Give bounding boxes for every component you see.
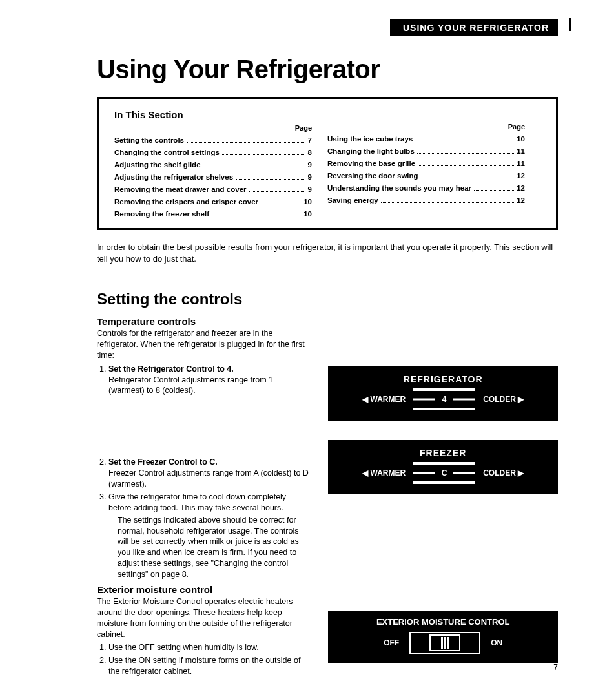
warmer-label: ◀ WARMER	[362, 395, 406, 404]
toc-dots	[187, 142, 305, 143]
toc-item: Adjusting the shelf glide9	[114, 161, 327, 169]
toc-title: Changing the control settings	[114, 149, 220, 156]
toc-page-label-left: Page	[295, 124, 312, 132]
toc-dots	[381, 202, 515, 203]
toc-title: Using the ice cube trays	[327, 135, 413, 143]
step-3-note: The settings indicated above should be c…	[118, 515, 309, 580]
toc-page: 11	[517, 147, 525, 155]
toc-title: Reversing the door swing	[327, 172, 418, 180]
toc-dots	[421, 178, 515, 178]
toc-page: 8	[308, 149, 312, 156]
warmer-label: ◀ WARMER	[362, 468, 406, 477]
toc-title: Removing the crispers and crisper cover	[114, 198, 258, 205]
exterior-moisture-control-panel: EXTERIOR MOISTURE CONTROL OFF ON	[328, 611, 558, 663]
toc-page: 9	[308, 161, 312, 169]
main-title: Using Your Refrigerator	[97, 55, 558, 84]
toc-page: 9	[308, 173, 312, 181]
toc-dots	[212, 216, 301, 216]
page: USING YOUR REFRIGERATOR Using Your Refri…	[0, 0, 616, 681]
refrigerator-control-value: 4	[436, 392, 452, 407]
toc-title: Understanding the sounds you may hear	[327, 184, 471, 192]
toc-item: Adjusting the refrigerator shelves9	[114, 173, 327, 182]
toc-dots	[249, 191, 305, 192]
toc-item: Saving energy12	[327, 196, 540, 205]
step-2-body: Freezer Control adjustments range from A…	[108, 468, 309, 488]
toc-title: Setting the controls	[114, 136, 184, 144]
step-2-title: Set the Freezer Control to C.	[108, 457, 218, 466]
header-tab: USING YOUR REFRIGERATOR	[390, 19, 558, 36]
toc-dots	[474, 190, 514, 191]
toc-title: Removing the freezer shelf	[114, 210, 209, 218]
toc-item: Changing the control settings8	[114, 149, 327, 157]
emc-on-label: ON	[491, 638, 502, 647]
intro-text: In order to obtain the best possible res…	[97, 242, 558, 264]
emc-switch[interactable]	[409, 632, 480, 654]
edge-mark	[569, 18, 571, 31]
toc-item: Using the ice cube trays10	[327, 135, 540, 143]
toc-title: Adjusting the shelf glide	[114, 161, 201, 169]
freezer-control-knob[interactable]: C	[413, 462, 475, 484]
emc-off-label: OFF	[384, 638, 399, 647]
toc-title: Adjusting the refrigerator shelves	[114, 173, 233, 181]
emc-panel-title: EXTERIOR MOISTURE CONTROL	[337, 617, 549, 627]
step-3-body: Give the refrigerator time to cool down …	[108, 492, 286, 512]
toc-item: Changing the light bulbs11	[327, 147, 540, 156]
toc-page: 12	[517, 172, 525, 180]
freezer-control-value: C	[436, 465, 452, 481]
freezer-panel-title: FREEZER	[337, 448, 549, 458]
toc-dots	[417, 153, 514, 154]
toc-item: Removing the crispers and crisper cover1…	[114, 198, 327, 206]
toc-dots	[222, 154, 305, 155]
page-number: 7	[553, 663, 558, 672]
toc-item: Removing the base grille11	[327, 160, 540, 168]
exterior-moisture-heading: Exterior moisture control	[97, 584, 309, 595]
toc-page: 10	[517, 135, 525, 143]
toc-title: Removing the base grille	[327, 160, 415, 167]
step-3: Give the refrigerator time to cool down …	[108, 492, 309, 580]
toc-item: Reversing the door swing12	[327, 172, 540, 180]
toc-item: Setting the controls7	[114, 136, 327, 145]
toc-dots	[261, 204, 301, 204]
step-1: Set the Refrigerator Control to 4. Refri…	[108, 364, 309, 397]
temperature-controls-heading: Temperature controls	[97, 316, 309, 327]
refrigerator-control-panel: REFRIGERATOR ◀ WARMER 4 COLDER ▶	[328, 366, 558, 421]
toc-page: 9	[308, 185, 312, 193]
toc-item: Understanding the sounds you may hear12	[327, 184, 540, 193]
refrigerator-panel-title: REFRIGERATOR	[337, 374, 549, 384]
refrigerator-control-knob[interactable]: 4	[413, 388, 475, 410]
temperature-controls-lead: Controls for the refrigerator and freeze…	[97, 328, 309, 361]
emc-step-1: Use the OFF setting when humidity is low…	[108, 642, 309, 653]
colder-label: COLDER ▶	[483, 395, 524, 404]
step-2: Set the Freezer Control to C. Freezer Co…	[108, 457, 309, 490]
toc-dots	[203, 167, 305, 167]
colder-label: COLDER ▶	[483, 468, 524, 477]
toc-box: In This Section Page Setting the control…	[97, 97, 558, 230]
toc-item: Removing the meat drawer and cover9	[114, 185, 327, 194]
emc-step-2: Use the ON setting if moisture forms on …	[108, 655, 309, 677]
exterior-moisture-lead: The Exterior Moisture Control operates e…	[97, 596, 309, 640]
toc-heading: In This Section	[114, 109, 327, 120]
freezer-control-panel: FREEZER ◀ WARMER C COLDER ▶	[328, 440, 558, 494]
section-title: Setting the controls	[97, 290, 558, 308]
toc-item: Removing the freezer shelf10	[114, 210, 327, 218]
toc-title: Changing the light bulbs	[327, 147, 415, 155]
toc-page: 12	[517, 184, 525, 192]
toc-page: 11	[517, 160, 525, 167]
toc-page-label-right: Page	[508, 123, 525, 131]
emc-switch-toggle-icon	[429, 634, 460, 651]
toc-dots	[418, 165, 514, 166]
toc-title: Saving energy	[327, 196, 378, 204]
toc-page: 7	[308, 136, 312, 144]
step-1-title: Set the Refrigerator Control to 4.	[108, 364, 234, 373]
toc-page: 10	[303, 198, 312, 205]
toc-dots	[236, 179, 305, 180]
step-1-body: Refrigerator Control adjustments range f…	[108, 375, 273, 395]
toc-dots	[415, 141, 514, 141]
toc-page: 10	[303, 210, 312, 218]
toc-page: 12	[517, 196, 525, 204]
toc-title: Removing the meat drawer and cover	[114, 185, 247, 193]
